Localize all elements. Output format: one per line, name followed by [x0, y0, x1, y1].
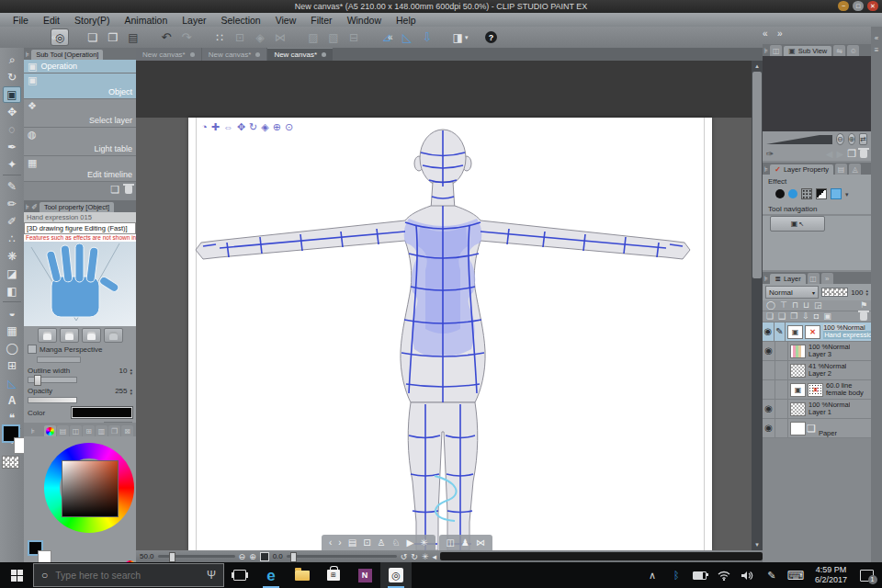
store-button[interactable]: ⊞ [318, 562, 349, 588]
tool-property-tab[interactable]: Tool property [Object] [40, 202, 114, 212]
eyedropper-tool[interactable]: ✒ [3, 139, 21, 155]
panel-handle-icon[interactable]: ⊧ [764, 165, 768, 175]
launcher-figure-icon[interactable]: ♟ [461, 537, 469, 548]
layer-row-female-body[interactable]: ▣ ✕ 60.0 line female body [763, 380, 871, 400]
effect-layer-color-icon[interactable] [831, 188, 842, 199]
eraser-tool[interactable]: ◪ [3, 266, 21, 282]
help-button[interactable]: ? [485, 31, 497, 43]
collapse-strip-icon[interactable]: « [875, 34, 878, 42]
workspace-layout-button[interactable]: ◨ ▾ [452, 29, 469, 45]
sub-view-import-icon[interactable]: ❐ [847, 149, 856, 159]
pen-settings-icon[interactable]: ✎ [760, 562, 784, 588]
taskbar-search[interactable]: ○ Ψ [33, 563, 224, 587]
vscrollbar-thumb[interactable] [752, 72, 762, 278]
undo-button[interactable]: ↶ [158, 29, 175, 45]
brush-tool[interactable]: ✐ [3, 213, 21, 230]
subtool-group-header[interactable]: ▣ Operation [24, 60, 136, 74]
layer-thumbnail-tone[interactable]: ✕ [808, 383, 823, 397]
menu-file[interactable]: File [6, 15, 36, 26]
sub-view-preview[interactable] [763, 56, 871, 131]
outline-width-slider[interactable] [28, 377, 77, 383]
clip-studio-taskbar-button[interactable]: ◎ [380, 562, 412, 588]
action-center-button[interactable]: 1 [854, 562, 878, 588]
new-folder-icon[interactable]: ❐ [790, 312, 797, 321]
hscroll-left-icon[interactable]: ◂ [432, 552, 436, 561]
close-tab-icon[interactable] [322, 52, 326, 57]
lock-transparent-icon[interactable]: ⊔ [803, 301, 809, 310]
menu-window[interactable]: Window [340, 15, 389, 26]
edge-button[interactable]: e [255, 562, 287, 588]
opacity-value[interactable]: 255 [115, 387, 127, 395]
sub-view-next-icon[interactable]: ▶ [836, 150, 843, 159]
launcher-light-icon[interactable]: ✳ [420, 537, 427, 548]
3d-drawing-figure[interactable] [188, 118, 712, 550]
tab-layer-more[interactable]: » [821, 273, 833, 284]
file-explorer-button[interactable] [287, 562, 318, 588]
zoom-out-icon[interactable]: ⊖ [239, 552, 246, 561]
lock-layer-icon[interactable]: ⊓ [792, 301, 798, 310]
balloon-tool[interactable]: ❝ [3, 410, 21, 426]
merge-layer-icon[interactable]: ◘ [814, 312, 819, 321]
panel-handle-icon[interactable]: ⊧ [31, 427, 35, 436]
text-tool[interactable]: A [3, 392, 21, 409]
menu-edit[interactable]: Edit [36, 15, 67, 26]
save-button[interactable]: ▤ [125, 29, 141, 45]
close-tab-icon[interactable] [255, 52, 260, 57]
launcher-joint-icon[interactable]: ♘ [392, 537, 401, 548]
tab-layer-folder[interactable]: ◫ [808, 273, 820, 284]
close-button[interactable]: ✕ [867, 1, 878, 11]
tool-navigation-button[interactable]: ▣ ↖ [770, 216, 825, 232]
tray-chevron-icon[interactable]: ∧ [640, 562, 664, 588]
canvas-viewport[interactable]: ◔ ✚ ⇔ ✥ ↻ ◈ ⊕ ⊙ [136, 61, 763, 550]
subtool-panel-tab[interactable]: Sub Tool [Operation] [31, 50, 103, 60]
perspective-slider[interactable] [37, 356, 81, 363]
fill-tool-button[interactable]: ◈ [252, 29, 268, 45]
layer-row-layer2[interactable]: 41 %Normal Layer 2 [763, 361, 871, 380]
snap-grid-button[interactable]: ⇩ [419, 29, 435, 45]
tab-color-set[interactable]: ◫ [70, 425, 82, 436]
strip-menu-icon[interactable]: ≡ [875, 46, 879, 54]
layer-name[interactable]: Layer 3 [808, 351, 850, 359]
outline-width-value[interactable]: 10 [119, 367, 128, 375]
launcher-ground-icon[interactable]: ⊡ [363, 537, 370, 548]
layer-mask-icon[interactable]: ◯ [766, 301, 775, 310]
add-subtool-icon[interactable]: ❏ [110, 185, 119, 195]
menu-filter[interactable]: Filter [303, 15, 339, 26]
delete-subtool-icon[interactable] [125, 186, 132, 194]
expand-right-panels-icon[interactable]: » [777, 28, 783, 39]
hand-preview[interactable] [24, 242, 136, 326]
scale-up-button[interactable]: ▨ [305, 29, 322, 45]
panel-handle-icon[interactable]: ⊧ [26, 51, 29, 60]
layer-opacity-value[interactable]: 100 [851, 288, 863, 297]
outline-width-stepper[interactable]: ▴▾ [130, 368, 132, 375]
menu-selection[interactable]: Selection [214, 15, 268, 26]
collapse-toolbar2-icon[interactable]: « [388, 33, 393, 42]
layer-thumbnail[interactable] [790, 364, 806, 378]
canvas-page[interactable]: ◔ ✚ ⇔ ✥ ↻ ◈ ⊕ ⊙ [188, 118, 712, 550]
tab-layer-property[interactable]: ✓ Layer Property [770, 164, 833, 175]
select-outside-button[interactable]: ⊡ [232, 29, 248, 45]
layer-name[interactable]: Layer 1 [808, 409, 850, 417]
visibility-eye-icon[interactable]: ◉ [763, 327, 772, 336]
tab-layer[interactable]: ≣ Layer [770, 274, 805, 284]
rotate-ccw-icon[interactable]: ↺ [401, 552, 408, 561]
menu-animation[interactable]: Animation [118, 15, 175, 26]
new-file-button[interactable]: ❏ [85, 29, 101, 45]
canvas-tab-1[interactable]: New canvas* [136, 48, 201, 61]
layer-opacity-stepper[interactable]: ▴▾ [865, 288, 868, 296]
hand-pose-button-4[interactable] [104, 328, 123, 343]
layer-thumbnail-3d[interactable]: ▣ [787, 325, 803, 339]
layer-thumbnail-mask[interactable]: ✕ [805, 325, 820, 339]
sub-view-zoom-in-button[interactable]: ⊕ [848, 133, 856, 145]
saturation-value-square[interactable] [62, 460, 119, 517]
zoom-slider[interactable] [158, 555, 235, 558]
launcher-body-type-icon[interactable]: ◫ [447, 537, 455, 548]
layer-name[interactable]: Hand expression [823, 331, 871, 339]
reference-layer-icon[interactable]: ◲ [814, 301, 822, 310]
taskbar-clock[interactable]: 4:59 PM 6/2/2017 [808, 565, 854, 585]
subtool-item-edit-timeline[interactable]: ▦ Edit timeline [24, 156, 136, 182]
sub-view-zoom-slider[interactable] [766, 135, 832, 144]
effect-border-icon[interactable] [775, 189, 785, 198]
sub-view-flip-button[interactable]: ⇄ [859, 133, 867, 145]
visibility-eye-icon[interactable]: ◉ [764, 424, 773, 433]
